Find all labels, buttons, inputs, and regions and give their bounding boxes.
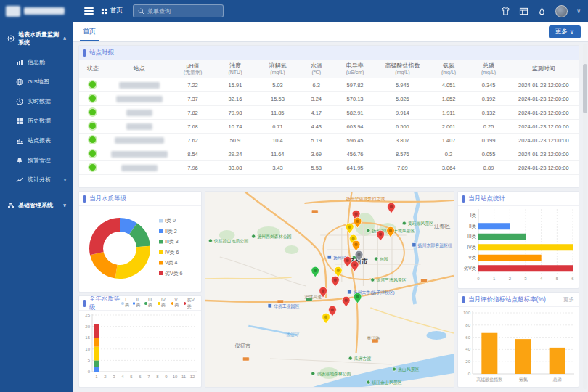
page-scrollbar: [583, 44, 587, 389]
bell-icon: [16, 157, 23, 164]
status-ok-dot: [89, 123, 96, 129]
hamburger-menu-icon[interactable]: [84, 7, 94, 15]
sidebar-item-station-report[interactable]: 站点报表: [0, 131, 73, 150]
svg-text:IV类: IV类: [467, 245, 476, 250]
svg-text:II类 2: II类 2: [165, 229, 177, 234]
sidebar-group-water-system[interactable]: 地表水质量监测系统 ∧: [0, 22, 73, 52]
map-label: 瓜洲古渡: [354, 356, 372, 362]
svg-text:5: 5: [88, 358, 91, 362]
column-header: 总磷(mg/L): [469, 60, 509, 78]
svg-text:60: 60: [465, 335, 470, 340]
sidebar-item-history-data[interactable]: 历史数据: [0, 111, 73, 131]
map-label: 扬州西郊森林公园: [257, 234, 291, 240]
svg-text:0: 0: [477, 277, 480, 281]
trend-line-icon: [16, 176, 23, 184]
panel-header: 站点时报: [79, 46, 579, 60]
panel-title: 当月水质等级: [89, 195, 126, 203]
svg-text:高锰酸盐指数: 高锰酸盐指数: [476, 377, 502, 383]
apps-grid-icon: [101, 8, 107, 15]
station-row: 8.5429.2411.643.69456.768.5760.20.055202…: [79, 147, 579, 161]
map-label: 扬州东部客运枢纽: [418, 242, 452, 248]
map-canvas: 扬州市江都区仪征市扬州西郊森林公园仪征捺山地质公园扬州市隋唐子城风景区黄珏湖风景…: [205, 192, 454, 387]
panel-accent-bar: [83, 300, 86, 307]
app-window: 地表水质量监测系统 ∧ 信息舱 GIS地图 实时数据 历史数据 站点报表 预警管…: [0, 0, 588, 392]
column-header: 状态: [79, 60, 107, 78]
legend-item[interactable]: V类: [171, 298, 181, 309]
svg-text:20: 20: [85, 324, 90, 329]
chart-legend: I类II类III类IV类V类劣V类: [121, 297, 197, 310]
sidebar-group-base-management[interactable]: 基础管理系统 ∨: [0, 189, 73, 215]
sidebar-item-info-cabin[interactable]: 信息舱: [0, 52, 73, 72]
sidebar-item-realtime-data[interactable]: 实时数据: [0, 91, 73, 111]
sidebar-group-label: 地表水质量监测系统: [18, 30, 59, 46]
dashboard-content: 站点时报 状态站点pH值(无量纲)浊度(NTU)溶解氧(mg/L)水温(℃)电导…: [73, 42, 588, 392]
legend-item[interactable]: II类: [133, 298, 142, 309]
panel-accent-bar: [462, 296, 465, 303]
svg-text:20: 20: [465, 359, 470, 364]
status-ok-dot: [89, 150, 96, 157]
panel-title: 全年水质等级: [89, 295, 122, 312]
map-label: 何园: [380, 257, 388, 262]
more-link[interactable]: 更多: [563, 296, 574, 303]
panel-accent-bar: [462, 195, 465, 203]
bar-chart-icon: [16, 59, 23, 66]
theme-shirt-icon[interactable]: [501, 7, 510, 16]
map-label: 春江路: [367, 336, 380, 341]
svg-text:1: 1: [95, 375, 98, 379]
legend-item[interactable]: I类: [121, 298, 130, 309]
svg-text:I类 0: I类 0: [165, 218, 176, 223]
top-navbar: 首页 ∨: [73, 0, 588, 22]
sidebar: 地表水质量监测系统 ∧ 信息舱 GIS地图 实时数据 历史数据 站点报表 预警管…: [0, 0, 73, 392]
svg-text:80: 80: [465, 323, 470, 327]
logo-text-redacted: [24, 7, 65, 15]
sidebar-item-alert-management[interactable]: 预警管理: [0, 150, 73, 170]
monthly-quality-panel: 当月水质等级 I类 0II类 2III类 3IV类 6V类 4劣V类 6: [78, 191, 202, 293]
scrollbar-thumb[interactable]: [583, 64, 587, 113]
map-label: 古运河: [286, 332, 300, 337]
sidebar-item-statistics[interactable]: 统计分析 ∨: [0, 170, 73, 189]
map-label: 黄珏湖风景区: [408, 221, 434, 226]
column-header: 溶解氧(mg/L): [256, 60, 298, 78]
column-header: 氨氮(mg/L): [429, 60, 469, 78]
user-menu-caret-icon[interactable]: ∨: [576, 8, 581, 15]
user-avatar[interactable]: [555, 5, 568, 17]
station-name-redacted: [121, 165, 158, 171]
svg-text:7: 7: [147, 375, 150, 379]
svg-text:100: 100: [463, 311, 471, 315]
layout-fullscreen-icon[interactable]: [519, 7, 528, 16]
tab-home[interactable]: 首页: [80, 22, 99, 41]
grid-squares-icon: [16, 118, 23, 125]
map-label: 江都区: [434, 223, 451, 229]
svg-text:2: 2: [509, 277, 512, 281]
more-button[interactable]: 更多∨: [549, 25, 581, 38]
map-label: 运河三湾风景区: [376, 277, 406, 282]
breadcrumb[interactable]: 首页: [101, 7, 123, 15]
svg-text:9: 9: [165, 375, 168, 379]
svg-text:3: 3: [113, 375, 115, 379]
flame-icon[interactable]: [537, 7, 547, 16]
search-input[interactable]: [147, 8, 219, 15]
svg-text:总磷: 总磷: [552, 377, 562, 382]
column-header: 水温(℃): [299, 60, 334, 78]
report-chart-icon: [16, 137, 23, 144]
legend-item[interactable]: III类: [144, 298, 155, 309]
column-header: 站点: [107, 60, 171, 78]
station-row: 7.2215.915.036.3597.825.9454.0510.345202…: [79, 78, 579, 92]
svg-text:10: 10: [85, 347, 90, 351]
annual-quality-panel: 全年水质等级 I类II类III类IV类V类劣V类 051015202512345…: [78, 295, 202, 388]
station-map[interactable]: 扬州市江都区仪征市扬州西郊森林公园仪征捺山地质公园扬州市隋唐子城风景区黄珏湖风景…: [205, 191, 454, 388]
column-header: pH值(无量纲): [171, 60, 213, 78]
svg-text:2: 2: [104, 375, 107, 379]
sidebar-item-gis-map[interactable]: GIS地图: [0, 72, 73, 91]
svg-text:0: 0: [88, 369, 91, 374]
panel-header: 当月评价指标站点超标率(%) 更多: [458, 293, 579, 307]
menu-search[interactable]: [133, 4, 224, 17]
sidebar-group-label: 基础管理系统: [18, 201, 53, 209]
panel-header: 当月站点统计: [458, 192, 579, 206]
svg-text:12: 12: [190, 375, 195, 379]
station-row: 7.3732.1615.533.24570.135.8261.8520.1922…: [79, 92, 579, 106]
legend-item[interactable]: IV类: [158, 298, 168, 309]
logo-mark-redacted: [6, 6, 20, 17]
legend-item[interactable]: 劣V类: [184, 297, 197, 310]
map-label: 润扬湿地森林公园: [317, 371, 351, 377]
